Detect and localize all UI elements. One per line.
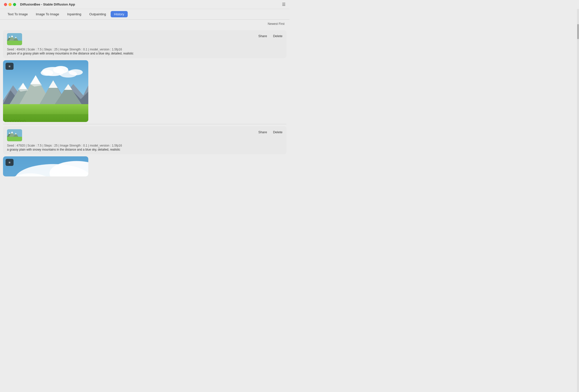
entry-meta-2: Seed : 47920 | Scale : 7.5 | Steps : 25 … [7, 144, 282, 147]
divider-1 [3, 124, 286, 124]
svg-rect-29 [3, 114, 88, 122]
close-button[interactable] [4, 3, 7, 6]
nav-item-inpainting[interactable]: Inpainting [64, 11, 85, 17]
main-content: Newest First [0, 20, 290, 176]
large-image-container-1: ≡ [3, 60, 286, 122]
entry-prompt-1: picture of a grassy plain with snowy mou… [7, 52, 282, 55]
nav-item-image-to-image[interactable]: Image To Image [32, 11, 63, 17]
entry-thumbnail-1 [7, 33, 22, 45]
image-menu-button-2[interactable]: ≡ [6, 159, 14, 166]
image-menu-icon-1: ≡ [9, 64, 11, 68]
svg-point-11 [41, 70, 53, 76]
history-entry-1: Share Delete Seed : 49409 | Scale : 7.5 … [3, 30, 286, 58]
entry-actions-2: Share Delete [258, 129, 282, 134]
entry-header-1: Share Delete [7, 33, 282, 45]
delete-button-1[interactable]: Delete [273, 34, 282, 38]
entry-thumbnail-2 [7, 129, 22, 141]
share-button-1[interactable]: Share [258, 34, 267, 38]
large-image-container-2: ≡ [3, 156, 286, 176]
entry-header-2: Share Delete [7, 129, 282, 141]
entry-prompt-2: a grassy plain with snowy mountains in t… [7, 148, 282, 151]
svg-rect-37 [7, 137, 22, 141]
entry-actions-1: Share Delete [258, 33, 282, 38]
svg-point-13 [69, 69, 83, 75]
menu-icon[interactable]: ☰ [282, 2, 285, 7]
nav-item-text-to-image[interactable]: Text To Image [4, 11, 31, 17]
nav-bar: Text To Image Image To Image Inpainting … [0, 9, 290, 20]
nav-item-outpainting[interactable]: Outpainting [86, 11, 110, 17]
large-image-1: ≡ [3, 60, 88, 122]
entry-meta-1: Seed : 49409 | Scale : 7.5 | Steps : 25 … [7, 48, 282, 51]
image-menu-icon-2: ≡ [9, 161, 11, 164]
title-bar: DiffusionBee - Stable Diffusion App ☰ [0, 0, 290, 9]
history-entry-2: Share Delete Seed : 47920 | Scale : 7.5 … [3, 126, 286, 154]
sort-label[interactable]: Newest First [268, 22, 284, 26]
maximize-button[interactable] [13, 3, 16, 6]
svg-rect-7 [7, 41, 22, 45]
image-menu-button-1[interactable]: ≡ [6, 63, 14, 70]
app-title: DiffusionBee - Stable Diffusion App [20, 3, 75, 6]
delete-button-2[interactable]: Delete [273, 130, 282, 134]
traffic-lights [4, 3, 16, 6]
sort-bar: Newest First [0, 20, 290, 28]
nav-item-history[interactable]: History [111, 11, 128, 17]
large-image-2: ≡ [3, 156, 88, 176]
minimize-button[interactable] [9, 3, 12, 6]
title-bar-left: DiffusionBee - Stable Diffusion App [4, 3, 75, 6]
share-button-2[interactable]: Share [258, 130, 267, 134]
